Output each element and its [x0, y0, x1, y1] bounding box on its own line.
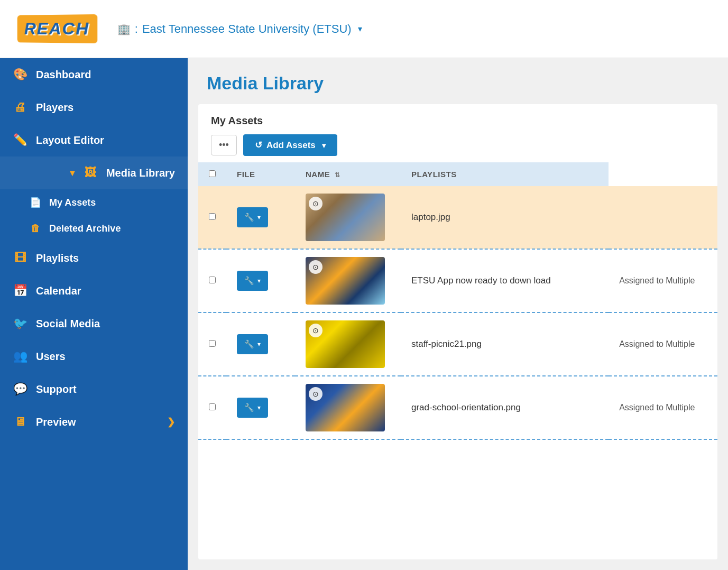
- support-icon: 💬: [13, 382, 27, 396]
- assets-table: FILE NAME ⇅ PLAYLISTS: [198, 162, 717, 440]
- sidebar-item-dashboard[interactable]: 🎨 Dashboard: [0, 58, 188, 91]
- dashboard-icon: 🎨: [13, 68, 27, 81]
- add-assets-chevron-icon: ▾: [322, 141, 326, 150]
- add-assets-icon: ↺: [255, 140, 262, 151]
- sidebar-item-players[interactable]: 🖨 Players: [0, 91, 188, 124]
- page-title: Media Library: [207, 73, 709, 94]
- table-container: FILE NAME ⇅ PLAYLISTS: [198, 162, 717, 559]
- row-1-name-cell: laptop.jpg: [401, 186, 609, 249]
- row-1-checkbox-cell: [198, 186, 226, 249]
- table-row: 🔧 ▾ ⊙ grad-school-orientation.png Assig: [198, 376, 717, 439]
- row-1-thumb-cell: ⊙: [295, 186, 401, 249]
- players-icon: 🖨: [13, 100, 27, 114]
- sidebar-item-support[interactable]: 💬 Support: [0, 373, 188, 406]
- media-panel: My Assets ••• ↺ Add Assets ▾: [198, 104, 717, 559]
- row-3-dropdown-icon: ▾: [257, 341, 261, 348]
- sidebar-item-layout-editor[interactable]: ✏️ Layout Editor: [0, 124, 188, 157]
- org-selector[interactable]: 🏢 : East Tennessee State University (ETS…: [117, 22, 362, 36]
- building-icon: 🏢: [117, 23, 131, 35]
- row-1-play-icon: ⊙: [309, 197, 322, 210]
- wrench-icon: 🔧: [244, 403, 254, 412]
- preview-icon: 🖥: [13, 415, 27, 429]
- sidebar-item-media-library[interactable]: ▾ 🖼 Media Library: [0, 157, 188, 189]
- playlists-icon: 🎞: [13, 251, 27, 265]
- social-media-icon: 🐦: [13, 317, 27, 330]
- dots-label: •••: [219, 140, 229, 151]
- row-2-action-button[interactable]: 🔧 ▾: [237, 271, 268, 291]
- sidebar-item-playlists[interactable]: 🎞 Playlists: [0, 242, 188, 274]
- row-3-checkbox[interactable]: [209, 340, 216, 347]
- calendar-icon: 📅: [13, 284, 27, 298]
- media-library-icon: 🖼: [83, 166, 98, 180]
- sidebar-sub-media: 📄 My Assets 🗑 Deleted Archive: [0, 189, 188, 242]
- col-checkbox: [198, 162, 226, 186]
- sidebar-item-users[interactable]: 👥 Users: [0, 340, 188, 373]
- sidebar-item-my-assets[interactable]: 📄 My Assets: [0, 189, 188, 216]
- select-all-checkbox[interactable]: [209, 170, 216, 177]
- dots-button[interactable]: •••: [211, 135, 237, 155]
- row-2-checkbox[interactable]: [209, 277, 216, 283]
- deleted-archive-icon: 🗑: [29, 223, 42, 234]
- row-3-action-button[interactable]: 🔧 ▾: [237, 334, 268, 354]
- row-4-action-button[interactable]: 🔧 ▾: [237, 398, 268, 418]
- row-4-action-cell: 🔧 ▾: [226, 376, 295, 439]
- row-4-checkbox-cell: [198, 376, 226, 439]
- sidebar-label-layout-editor: Layout Editor: [36, 134, 104, 146]
- row-4-thumb-cell: ⊙: [295, 376, 401, 439]
- table-body: 🔧 ▾ ⊙ laptop.jpg: [198, 186, 717, 439]
- sidebar-item-deleted-archive[interactable]: 🗑 Deleted Archive: [0, 216, 188, 242]
- sidebar-label-media-library: Media Library: [106, 167, 175, 179]
- layout-editor-icon: ✏️: [13, 133, 27, 147]
- sidebar-label-dashboard: Dashboard: [36, 69, 91, 81]
- sidebar-item-social-media[interactable]: 🐦 Social Media: [0, 307, 188, 340]
- sort-icon: ⇅: [335, 171, 340, 179]
- preview-arrow-icon: ❯: [167, 416, 175, 428]
- col-file: FILE: [226, 162, 295, 186]
- sidebar: 🎨 Dashboard 🖨 Players ✏️ Layout Editor ▾…: [0, 58, 188, 570]
- media-panel-header: My Assets ••• ↺ Add Assets ▾: [198, 104, 717, 162]
- wrench-icon: 🔧: [244, 276, 254, 286]
- org-separator: :: [135, 22, 138, 36]
- row-2-thumbnail: ⊙: [306, 257, 385, 305]
- row-4-checkbox[interactable]: [209, 403, 216, 410]
- sidebar-label-social-media: Social Media: [36, 318, 100, 330]
- table-row: 🔧 ▾ ⊙ ETSU App now ready to down load A: [198, 249, 717, 312]
- logo-box: REACH: [17, 14, 97, 43]
- app-header: REACH 🏢 : East Tennessee State Universit…: [0, 0, 728, 58]
- toolbar: ••• ↺ Add Assets ▾: [211, 134, 705, 156]
- col-name[interactable]: NAME ⇅: [295, 162, 401, 186]
- row-1-action-button[interactable]: 🔧 ▾: [237, 207, 268, 227]
- row-1-playlist-cell: [609, 186, 717, 249]
- row-2-play-icon: ⊙: [309, 260, 322, 274]
- row-1-thumbnail: ⊙: [306, 194, 385, 241]
- row-1-action-cell: 🔧 ▾: [226, 186, 295, 249]
- sidebar-label-preview: Preview: [36, 416, 76, 428]
- sidebar-label-users: Users: [36, 351, 66, 363]
- wrench-icon: 🔧: [244, 213, 254, 222]
- sidebar-item-calendar[interactable]: 📅 Calendar: [0, 274, 188, 307]
- row-1-dropdown-icon: ▾: [257, 214, 261, 221]
- table-row: 🔧 ▾ ⊙ staff-picnic21.png Assigned to Mu: [198, 312, 717, 376]
- row-3-checkbox-cell: [198, 312, 226, 376]
- org-name: East Tennessee State University (ETSU): [142, 22, 352, 36]
- row-2-playlist-cell: Assigned to Multiple: [609, 249, 717, 312]
- sidebar-label-support: Support: [36, 383, 77, 396]
- sidebar-item-preview[interactable]: 🖥 Preview ❯: [0, 406, 188, 438]
- add-assets-button[interactable]: ↺ Add Assets ▾: [243, 134, 337, 156]
- main-layout: 🎨 Dashboard 🖨 Players ✏️ Layout Editor ▾…: [0, 58, 728, 570]
- row-3-play-icon: ⊙: [309, 324, 322, 337]
- content-header: Media Library: [188, 58, 728, 104]
- row-4-name-cell: grad-school-orientation.png: [401, 376, 609, 439]
- row-3-name-cell: staff-picnic21.png: [401, 312, 609, 376]
- add-assets-label: Add Assets: [266, 140, 316, 151]
- users-icon: 👥: [13, 350, 27, 363]
- row-2-dropdown-icon: ▾: [257, 277, 261, 284]
- org-chevron-icon: ▾: [358, 24, 362, 34]
- sidebar-label-players: Players: [36, 102, 73, 114]
- row-1-checkbox[interactable]: [209, 213, 216, 220]
- row-3-playlist-cell: Assigned to Multiple: [609, 312, 717, 376]
- logo-text: REACH: [24, 19, 89, 38]
- row-4-playlist-cell: Assigned to Multiple: [609, 376, 717, 439]
- row-2-name-cell: ETSU App now ready to down load: [401, 249, 609, 312]
- table-row: 🔧 ▾ ⊙ laptop.jpg: [198, 186, 717, 249]
